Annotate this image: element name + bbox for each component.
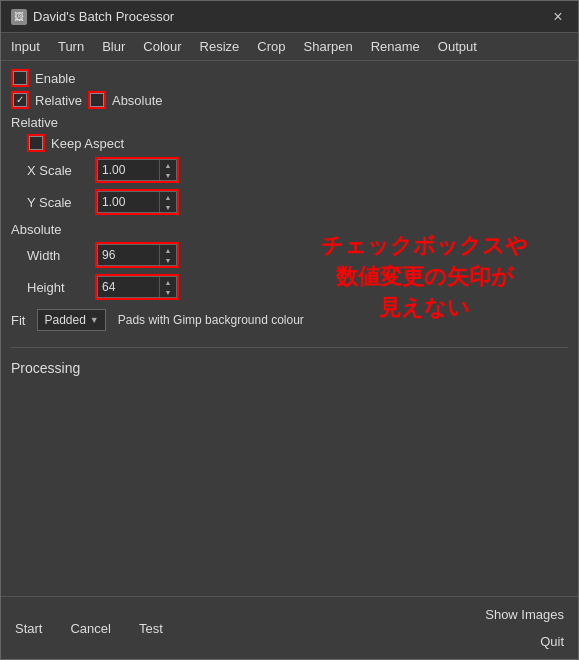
- menu-rename[interactable]: Rename: [367, 37, 424, 56]
- x-scale-value: 1.00: [98, 163, 159, 177]
- title-bar: 🖼 David's Batch Processor ×: [1, 1, 578, 33]
- enable-row: Enable: [11, 67, 568, 89]
- menu-input[interactable]: Input: [7, 37, 44, 56]
- enable-checkbox-wrapper: [11, 69, 29, 87]
- dropdown-arrow-icon: ▼: [90, 315, 99, 325]
- width-up[interactable]: ▲: [160, 245, 176, 255]
- cancel-button[interactable]: Cancel: [66, 619, 114, 638]
- quit-button[interactable]: Quit: [536, 632, 568, 651]
- y-scale-row: Y Scale 1.00 ▲ ▼: [27, 186, 568, 218]
- height-down[interactable]: ▼: [160, 287, 176, 297]
- window: 🖼 David's Batch Processor × Input Turn B…: [0, 0, 579, 660]
- width-arrows: ▲ ▼: [159, 245, 176, 265]
- y-scale-down[interactable]: ▼: [160, 202, 176, 212]
- width-down[interactable]: ▼: [160, 255, 176, 265]
- width-label: Width: [27, 248, 87, 263]
- x-scale-up[interactable]: ▲: [160, 160, 176, 170]
- absolute-section-label: Absolute: [11, 218, 568, 239]
- keep-aspect-checkbox[interactable]: [29, 136, 43, 150]
- dropdown-value: Padded: [44, 313, 85, 327]
- x-scale-arrows: ▲ ▼: [159, 160, 176, 180]
- height-value: 64: [98, 280, 159, 294]
- bottom-right: Show Images Quit: [481, 605, 568, 651]
- app-icon: 🖼: [11, 9, 27, 25]
- width-value: 96: [98, 248, 159, 262]
- relative-checkbox[interactable]: [13, 93, 27, 107]
- enable-label: Enable: [35, 71, 75, 86]
- x-scale-spinbox[interactable]: 1.00 ▲ ▼: [97, 159, 177, 181]
- width-spinbox[interactable]: 96 ▲ ▼: [97, 244, 177, 266]
- width-row: Width 96 ▲ ▼: [27, 239, 568, 271]
- height-row: Height 64 ▲ ▼: [27, 271, 568, 303]
- relative-label: Relative: [35, 93, 82, 108]
- y-scale-arrows: ▲ ▼: [159, 192, 176, 212]
- absolute-checkbox-wrapper: [88, 91, 106, 109]
- processing-label: Processing: [11, 347, 568, 384]
- x-scale-row: X Scale 1.00 ▲ ▼: [27, 154, 568, 186]
- close-button[interactable]: ×: [548, 7, 568, 27]
- keep-aspect-checkbox-wrapper: [27, 134, 45, 152]
- y-scale-up[interactable]: ▲: [160, 192, 176, 202]
- window-title: David's Batch Processor: [33, 9, 174, 24]
- menu-bar: Input Turn Blur Colour Resize Crop Sharp…: [1, 33, 578, 61]
- keep-aspect-row: Keep Aspect: [27, 132, 568, 154]
- enable-checkbox[interactable]: [13, 71, 27, 85]
- menu-turn[interactable]: Turn: [54, 37, 88, 56]
- x-scale-label: X Scale: [27, 163, 87, 178]
- y-scale-value: 1.00: [98, 195, 159, 209]
- height-spinbox-wrapper: 64 ▲ ▼: [95, 274, 179, 300]
- padded-dropdown[interactable]: Padded ▼: [37, 309, 105, 331]
- menu-output[interactable]: Output: [434, 37, 481, 56]
- relative-checkbox-wrapper: [11, 91, 29, 109]
- fit-label: Fit: [11, 313, 25, 328]
- pads-text: Pads with Gimp background colour: [118, 313, 304, 327]
- keep-aspect-label: Keep Aspect: [51, 136, 124, 151]
- fit-row: Fit Padded ▼ Pads with Gimp background c…: [11, 303, 568, 337]
- test-button[interactable]: Test: [135, 619, 167, 638]
- height-up[interactable]: ▲: [160, 277, 176, 287]
- menu-sharpen[interactable]: Sharpen: [300, 37, 357, 56]
- x-scale-down[interactable]: ▼: [160, 170, 176, 180]
- main-content: Enable Relative Absolute Relative Keep A…: [1, 61, 578, 596]
- relative-section-label: Relative: [11, 111, 568, 132]
- height-label: Height: [27, 280, 87, 295]
- absolute-label: Absolute: [112, 93, 163, 108]
- height-spinbox[interactable]: 64 ▲ ▼: [97, 276, 177, 298]
- start-button[interactable]: Start: [11, 619, 46, 638]
- y-scale-label: Y Scale: [27, 195, 87, 210]
- relative-absolute-row: Relative Absolute: [11, 89, 568, 111]
- absolute-checkbox[interactable]: [90, 93, 104, 107]
- width-spinbox-wrapper: 96 ▲ ▼: [95, 242, 179, 268]
- height-arrows: ▲ ▼: [159, 277, 176, 297]
- y-scale-spinbox-wrapper: 1.00 ▲ ▼: [95, 189, 179, 215]
- y-scale-spinbox[interactable]: 1.00 ▲ ▼: [97, 191, 177, 213]
- menu-blur[interactable]: Blur: [98, 37, 129, 56]
- menu-colour[interactable]: Colour: [139, 37, 185, 56]
- menu-crop[interactable]: Crop: [253, 37, 289, 56]
- bottom-bar: Start Cancel Test Show Images Quit: [1, 596, 578, 659]
- show-images-button[interactable]: Show Images: [481, 605, 568, 624]
- title-bar-left: 🖼 David's Batch Processor: [11, 9, 174, 25]
- menu-resize[interactable]: Resize: [196, 37, 244, 56]
- x-scale-spinbox-wrapper: 1.00 ▲ ▼: [95, 157, 179, 183]
